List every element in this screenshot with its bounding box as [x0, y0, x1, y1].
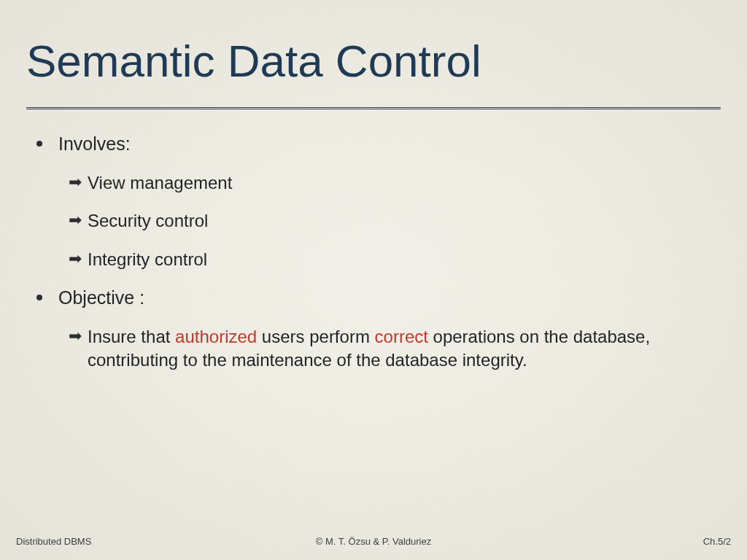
- sub-item: ➡ Insure that authorized users perform c…: [69, 325, 721, 373]
- bullet-objective: Objective :: [36, 286, 721, 311]
- footer-center: © M. T. Özsu & P. Valduriez: [316, 536, 431, 547]
- bullet-dot-icon: [36, 141, 42, 147]
- text-fragment: Insure that: [88, 327, 175, 346]
- sub-item: ➡ Security control: [69, 209, 721, 233]
- sub-item: ➡ Integrity control: [69, 248, 721, 271]
- bullet-label: Involves:: [58, 132, 131, 157]
- sub-item-text: Security control: [88, 209, 208, 233]
- sub-list-involves: ➡ View management ➡ Security control ➡ I…: [69, 171, 721, 271]
- sub-list-objective: ➡ Insure that authorized users perform c…: [69, 325, 721, 373]
- bullet-involves: Involves:: [36, 132, 721, 157]
- footer-left: Distributed DBMS: [16, 536, 91, 547]
- bullet-label: Objective :: [58, 286, 144, 311]
- sub-item: ➡ View management: [69, 171, 721, 195]
- highlight-correct: correct: [375, 327, 428, 346]
- slide-content: Involves: ➡ View management ➡ Security c…: [26, 132, 721, 372]
- arrow-icon: ➡: [69, 325, 82, 347]
- arrow-icon: ➡: [69, 209, 82, 231]
- title-divider: [26, 107, 721, 110]
- highlight-authorized: authorized: [175, 327, 257, 346]
- arrow-icon: ➡: [69, 171, 82, 193]
- bullet-dot-icon: [36, 295, 42, 300]
- sub-item-text: View management: [88, 171, 232, 195]
- slide-title: Semantic Data Control: [26, 35, 721, 87]
- slide-footer: Distributed DBMS © M. T. Özsu & P. Valdu…: [0, 536, 747, 547]
- footer-right: Ch.5/2: [703, 536, 731, 547]
- sub-item-text: Insure that authorized users perform cor…: [88, 325, 721, 373]
- text-fragment: users perform: [257, 327, 374, 346]
- sub-item-text: Integrity control: [88, 248, 207, 271]
- slide: Semantic Data Control Involves: ➡ View m…: [0, 0, 747, 560]
- arrow-icon: ➡: [69, 248, 82, 270]
